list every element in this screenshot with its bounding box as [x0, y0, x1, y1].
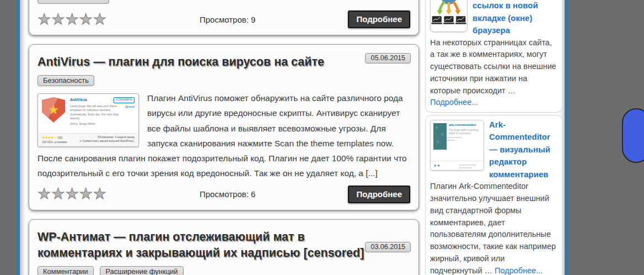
- sidebar-post-text: На некоторых странницах сайта, а так же …: [430, 38, 556, 95]
- globe-arrows-thumbnail: [430, 0, 468, 32]
- category-row: Безопасность: [37, 75, 410, 86]
- category-badge[interactable]: Расширение функций: [100, 266, 183, 275]
- rating-stars[interactable]: ★★★★★: [37, 12, 107, 27]
- post-card-partial: ★★★★★ Просмотров: 9 Подробнее: [29, 0, 419, 35]
- category-badge[interactable]: Комментарии: [37, 266, 94, 275]
- plugin-author: Автор: Sergej Müller: [70, 122, 135, 126]
- globe-arrows-illustration: [431, 0, 467, 31]
- post-footer: ★★★★★ Просмотров: 6 Подробнее: [37, 186, 410, 203]
- posts-column: ★★★★★ Просмотров: 9 Подробнее 05.06.2015…: [29, 0, 419, 275]
- post-title: AntiVirus — плагин для поиска вирусов на…: [37, 54, 410, 70]
- plugin-updated: Обновление: 4 недели назад: [79, 135, 135, 139]
- plugin-banner-image: [433, 123, 447, 150]
- plugin-card-footer: ★★: [431, 161, 484, 170]
- rating-stars[interactable]: ★★★★★: [37, 187, 107, 202]
- views-count: Просмотров: 9: [107, 15, 348, 24]
- post-title: WP-Антимат — плагин отслеживающий мат в …: [37, 229, 390, 261]
- plugin-compat: ✔ Совместим с вашей версией WordPress.: [79, 139, 135, 143]
- post-card-antimat: 03.06.2015 WP-Антимат — плагин отслежива…: [29, 219, 419, 275]
- plugin-card-footer: ★★★★☆ (18) 100 000+ установок Обновление…: [38, 133, 138, 146]
- category-badge[interactable]: Безопасность: [37, 75, 94, 86]
- category-row: Комментарии Расширение функций: [37, 266, 410, 275]
- more-button[interactable]: Подробнее: [348, 10, 410, 28]
- sidebar-item-external-links: ссылок в новой вкладке (окне) браузера Н…: [425, 0, 562, 113]
- shield-icon: ★: [42, 97, 65, 123]
- post-card-antivirus: 05.06.2015 AntiVirus — плагин для поиска…: [29, 44, 419, 210]
- more-link[interactable]: Подробнее...: [430, 98, 478, 107]
- details-link: Детали: [125, 105, 135, 109]
- views-count: Просмотров: 6: [107, 189, 348, 199]
- install-button: УСТАНОВИТЬ: [114, 97, 135, 103]
- more-button[interactable]: Подробнее: [348, 186, 410, 203]
- post-excerpt: ★ УСТАНОВИТЬ AntiVirus Useful plugin tha…: [37, 91, 410, 181]
- page-wrapper: ★★★★★ Просмотров: 9 Подробнее 05.06.2015…: [17, 0, 568, 275]
- post-footer: ★★★★★ Просмотров: 9 Подробнее: [37, 10, 410, 28]
- scrollbar-thumb[interactable]: [622, 108, 644, 163]
- plugin-rating-count: (18): [57, 136, 62, 139]
- plugin-screenshot: ★ УСТАНОВИТЬ AntiVirus Useful plugin tha…: [37, 93, 139, 147]
- placeholder-text-line: [459, 167, 472, 168]
- category-badge[interactable]: [37, 0, 109, 4]
- more-link[interactable]: Подробнее...: [495, 266, 543, 275]
- placeholder-text-line: [459, 165, 476, 166]
- ark-thumbnail: ark-commenteditor The plugin adds a wysi…: [430, 120, 484, 171]
- sidebar-item-ark-commenteditor: ark-commenteditor The plugin adds a wysi…: [425, 115, 562, 275]
- post-date-badge: 03.06.2015: [365, 242, 411, 252]
- plugin-installs: 100 000+ установок: [42, 140, 67, 144]
- star-icon: ★: [47, 103, 60, 117]
- plugin-rating-stars: ★★★★☆: [42, 136, 57, 139]
- plugin-rating-stars: ★★: [433, 163, 441, 168]
- sidebar-post-text: Плагин Ark-Commenteditor значительно улу…: [430, 182, 556, 274]
- post-date-badge: 05.06.2015: [365, 53, 411, 64]
- plugin-card-top: ★ УСТАНОВИТЬ AntiVirus Useful plugin tha…: [38, 94, 138, 129]
- plugin-desc: Useful plugin that will scan your theme …: [70, 104, 119, 120]
- sidebar: ссылок в новой вкладке (окне) браузера Н…: [425, 0, 562, 275]
